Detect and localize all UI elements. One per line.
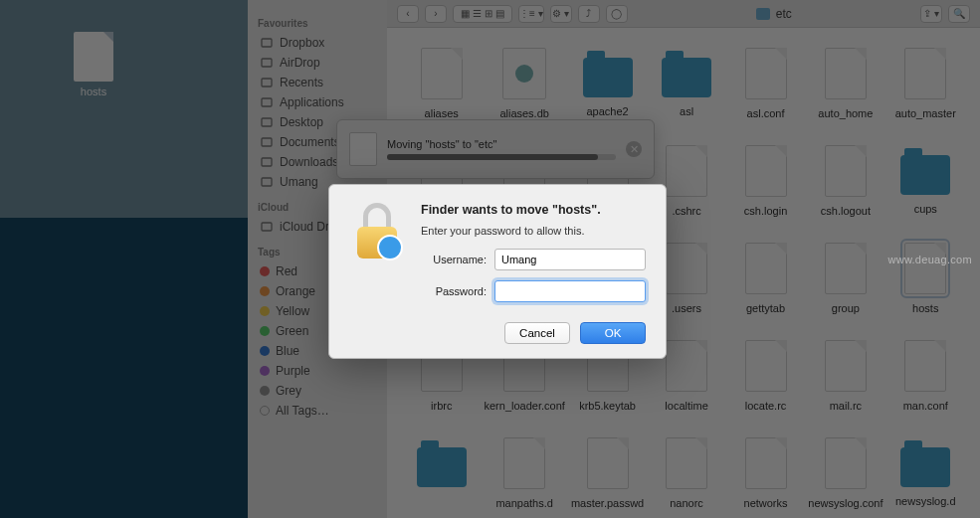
action-button[interactable]: ⚙ ▾ [550, 5, 572, 23]
file-item[interactable]: csh.login [729, 145, 802, 217]
file-item[interactable]: networks [729, 437, 802, 509]
svg-rect-0 [262, 39, 272, 47]
file-item[interactable]: mail.rc [808, 340, 882, 412]
cancel-copy-button[interactable]: ✕ [626, 141, 642, 157]
desktop-file-hosts[interactable]: hosts [70, 32, 117, 97]
file-label: manpaths.d [495, 497, 552, 509]
file-item[interactable]: cups [889, 145, 963, 217]
file-label: group [832, 302, 860, 314]
tag-dot-icon [260, 326, 270, 336]
home-icon [260, 175, 274, 189]
svg-rect-1 [262, 59, 272, 67]
document-icon [904, 243, 946, 294]
cancel-button[interactable]: Cancel [504, 322, 570, 344]
file-item[interactable]: asl.conf [729, 48, 802, 119]
folder-icon [417, 447, 467, 487]
dropbox-button[interactable]: ⇪ ▾ [920, 5, 942, 23]
auth-dialog: Finder wants to move "hosts". Enter your… [328, 184, 667, 359]
sidebar-heading-favourites: Favourites [258, 18, 377, 29]
file-label: auto_home [818, 107, 873, 119]
file-label: .cshrc [672, 205, 700, 217]
file-label: aliases.db [499, 107, 549, 119]
document-icon [904, 48, 946, 99]
file-item[interactable]: man.conf [889, 340, 963, 412]
sidebar-item-airdrop[interactable]: AirDrop [258, 53, 377, 73]
sidebar-item-dropbox[interactable]: Dropbox [258, 33, 377, 53]
svg-rect-6 [262, 158, 272, 166]
tag-dot-icon [260, 366, 270, 376]
nav-back-button[interactable]: ‹ [397, 5, 419, 23]
sidebar-item-label: Grey [276, 384, 301, 398]
file-label: cups [914, 203, 937, 215]
file-item[interactable]: auto_master [889, 48, 963, 119]
file-item[interactable]: aliases [405, 48, 478, 119]
file-item[interactable]: locate.rc [729, 340, 802, 412]
arrange-button[interactable]: ⋮≡ ▾ [518, 5, 544, 23]
folder-icon [662, 58, 711, 97]
sidebar-item-all-tags-[interactable]: All Tags… [258, 401, 377, 421]
sidebar-item-label: Desktop [280, 115, 323, 129]
sidebar-item-recents[interactable]: Recents [258, 73, 377, 92]
file-item[interactable]: gettytab [729, 243, 802, 314]
search-button[interactable]: 🔍 [948, 5, 970, 23]
file-item[interactable]: group [808, 243, 882, 314]
username-input[interactable] [494, 249, 646, 270]
window-title: etc [634, 7, 914, 21]
watermark: www.deuag.com [887, 254, 972, 265]
progress-bar [387, 154, 616, 160]
svg-rect-2 [262, 79, 272, 86]
file-label: man.conf [903, 400, 948, 412]
file-item[interactable]: newsyslog.d [889, 437, 963, 509]
file-label: networks [744, 497, 788, 509]
sidebar-item-label: Yellow [276, 304, 309, 318]
airdrop-icon [260, 56, 274, 70]
file-label: asl [680, 105, 693, 117]
file-item[interactable]: asl [650, 48, 722, 119]
sidebar-item-label: Applications [280, 95, 344, 109]
desktop: hosts [0, 0, 248, 518]
tag-dot-icon [260, 286, 270, 296]
sidebar-item-applications[interactable]: Applications [258, 92, 377, 112]
file-item[interactable] [405, 437, 478, 509]
file-item[interactable]: manpaths.d [484, 437, 564, 509]
svg-rect-8 [262, 223, 272, 231]
file-item[interactable]: aliases.db [484, 48, 564, 119]
sidebar-item-grey[interactable]: Grey [258, 381, 377, 401]
password-label: Password: [421, 285, 487, 297]
password-input[interactable] [494, 280, 646, 302]
file-label: localtime [665, 400, 707, 412]
folder-icon [900, 155, 950, 195]
file-label: mail.rc [830, 400, 862, 412]
desktop-icon [260, 115, 274, 129]
progress-title: Moving "hosts" to "etc" [387, 138, 616, 150]
sidebar-item-label: Dropbox [280, 36, 324, 50]
file-item[interactable]: newsyslog.conf [808, 437, 882, 509]
username-label: Username: [421, 254, 487, 265]
documents-icon [260, 135, 274, 149]
auth-heading: Finder wants to move "hosts". [421, 203, 646, 217]
file-item[interactable]: csh.logout [808, 145, 882, 217]
document-icon [825, 340, 867, 392]
document-icon [587, 437, 629, 489]
ok-button[interactable]: OK [580, 322, 646, 344]
sidebar-item-purple[interactable]: Purple [258, 361, 377, 381]
sidebar-item-label: Umang [280, 175, 318, 189]
file-label: hosts [912, 302, 938, 314]
svg-rect-7 [262, 178, 272, 186]
folder-icon [900, 447, 950, 487]
file-item[interactable]: apache2 [571, 48, 644, 119]
file-item[interactable]: master.passwd [571, 437, 644, 509]
file-item[interactable]: auto_home [808, 48, 882, 119]
view-toggle[interactable]: ▦ ☰ ⊞ ▤ [453, 5, 512, 23]
tag-dot-icon [260, 386, 270, 396]
tags-button[interactable]: ◯ [606, 5, 628, 23]
applications-icon [260, 95, 274, 109]
nav-fwd-button[interactable]: › [425, 5, 447, 23]
file-label: asl.conf [747, 107, 785, 119]
document-icon [745, 437, 787, 489]
share-button[interactable]: ⤴ [578, 5, 600, 23]
desktop-file-label: hosts [81, 86, 106, 97]
file-item[interactable]: nanorc [650, 437, 722, 509]
file-label: newsyslog.d [895, 495, 956, 507]
auth-subtext: Enter your password to allow this. [421, 225, 646, 237]
